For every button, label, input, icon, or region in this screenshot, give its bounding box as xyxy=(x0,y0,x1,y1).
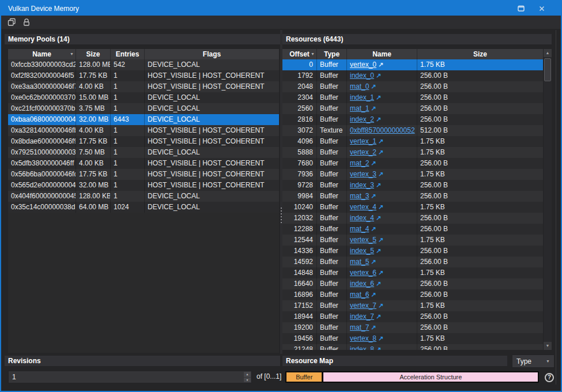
resource-row[interactable]: 1792Bufferindex_0↗256.00 B xyxy=(282,70,543,81)
resource-link[interactable]: index_5 xyxy=(350,247,374,255)
resource-row[interactable]: 19200Buffermat_7↗256.00 B xyxy=(282,322,543,333)
resource-row[interactable]: 7936Buffervertex_3↗1.75 KB xyxy=(282,169,543,180)
resource-row[interactable]: 12032Bufferindex_4↗256.00 B xyxy=(282,213,543,224)
resource-link[interactable]: index_7 xyxy=(350,312,374,321)
scrollbar-up-icon[interactable]: ▲ xyxy=(544,49,552,57)
memory-pool-row[interactable]: 0x79251000000000357.50 MB1DEVICE_LOCAL xyxy=(8,147,279,158)
map-segment-acceleration-structure[interactable]: Acceleration Structure xyxy=(323,372,538,382)
resource-link[interactable]: mat_4 xyxy=(350,225,369,233)
maximize-button[interactable] xyxy=(518,5,525,12)
memory-pool-row[interactable]: 0x565d2e000000004b32.00 MB1HOST_VISIBLE … xyxy=(8,180,279,191)
resource-row[interactable]: 14592Buffermat_5↗256.00 B xyxy=(282,257,543,267)
resource-link[interactable]: mat_3 xyxy=(350,192,369,200)
resource-link[interactable]: vertex_1 xyxy=(350,137,376,145)
resource-row[interactable]: 2816Bufferindex_2↗256.00 B xyxy=(282,114,543,125)
resource-link[interactable]: index_0 xyxy=(350,71,374,80)
spinner-up-icon[interactable]: ▲ xyxy=(244,372,251,377)
column-header-type[interactable]: Type xyxy=(317,49,347,59)
resource-row[interactable]: 14848Buffervertex_6↗1.75 KB xyxy=(282,267,543,278)
resource-row[interactable]: 10240Buffervertex_4↗1.75 KB xyxy=(282,202,543,213)
resource-row[interactable]: 0Buffervertex_0↗1.75 KB xyxy=(282,59,543,70)
memory-pool-row[interactable]: 0xa3281400000046fb4.00 KB1HOST_VISIBLE |… xyxy=(8,125,279,136)
resource-row[interactable]: 7680Buffermat_2↗256.00 B xyxy=(282,158,543,169)
column-header-name[interactable]: Name▼ xyxy=(8,49,76,59)
resource-row[interactable]: 14336Bufferindex_5↗256.00 B xyxy=(282,246,543,257)
lock-button[interactable] xyxy=(21,17,32,28)
resource-row[interactable]: 3072Texture0xbff8570000000052↗512.00 B xyxy=(282,125,543,136)
resource-link[interactable]: mat_2 xyxy=(350,159,369,167)
resource-row[interactable]: 18944Bufferindex_7↗256.00 B xyxy=(282,311,543,322)
spinner-down-icon[interactable]: ▼ xyxy=(244,378,251,383)
resource-link[interactable]: 0xbff8570000000052 xyxy=(350,126,415,134)
scrollbar-thumb[interactable] xyxy=(544,58,551,81)
resource-row[interactable]: 12544Buffervertex_5↗1.75 KB xyxy=(282,235,543,246)
memory-pool-row[interactable]: 0xfccb330000003cd2128.00 MB542DEVICE_LOC… xyxy=(8,59,279,70)
resource-link[interactable]: mat_5 xyxy=(350,258,369,266)
resource-link[interactable]: vertex_2 xyxy=(350,148,376,156)
resource-row[interactable]: 5888Buffervertex_2↗1.75 KB xyxy=(282,147,543,158)
pool-entries: 1 xyxy=(111,158,145,169)
memory-pool-row[interactable]: 0xe0c62b000000370715.00 MB1DEVICE_LOCAL xyxy=(8,92,279,103)
column-header-size[interactable]: Size xyxy=(76,49,111,59)
resource-row[interactable]: 4096Buffervertex_1↗1.75 KB xyxy=(282,136,543,147)
type-dropdown[interactable]: Type ▼ xyxy=(512,355,555,368)
memory-pool-row[interactable]: 0xc21fcf000000370b3.75 MB1DEVICE_LOCAL xyxy=(8,103,279,114)
resource-row[interactable]: 17152Buffervertex_7↗1.75 KB xyxy=(282,300,543,311)
resource-row[interactable]: 16896Buffermat_6↗256.00 B xyxy=(282,289,543,300)
resource-row[interactable]: 9728Bufferindex_3↗256.00 B xyxy=(282,180,543,191)
memory-pool-row[interactable]: 0x404f600000000045128.00 KB1DEVICE_LOCAL xyxy=(8,191,279,202)
resource-link[interactable]: vertex_8 xyxy=(350,334,376,342)
memory-pool-row[interactable]: 0x8bdae600000046f917.75 KB1HOST_VISIBLE … xyxy=(8,136,279,147)
chevron-down-icon: ▼ xyxy=(546,359,550,363)
memory-pool-row[interactable]: 0x5dfb3800000046ff4.00 KB1HOST_VISIBLE |… xyxy=(8,158,279,169)
resource-row[interactable]: 12288Buffermat_4↗256.00 B xyxy=(282,224,543,235)
resource-name-cell: index_7↗ xyxy=(347,311,417,322)
resource-offset: 19200 xyxy=(282,322,317,333)
resource-row[interactable]: 9984Buffermat_3↗256.00 B xyxy=(282,191,543,202)
memory-pool-row[interactable]: 0xbaa068000000004d32.00 MB6443DEVICE_LOC… xyxy=(8,114,279,125)
column-header-offset[interactable]: Offset▼ xyxy=(282,49,317,59)
help-button[interactable]: ? xyxy=(545,373,554,382)
memory-pool-row[interactable]: 0xf2f83200000046f517.75 KB1HOST_VISIBLE … xyxy=(8,70,279,81)
map-segment-buffer[interactable]: Buffer xyxy=(286,372,322,382)
resource-link[interactable]: mat_7 xyxy=(350,323,369,331)
resource-link[interactable]: index_4 xyxy=(350,214,374,222)
panel-splitter[interactable] xyxy=(280,30,282,354)
resource-row[interactable]: 2048Buffermat_0↗256.00 B xyxy=(282,81,543,92)
scrollbar-track[interactable] xyxy=(544,57,552,342)
resource-link[interactable]: mat_1 xyxy=(350,104,369,112)
revision-spinbox[interactable]: 1 ▲ ▼ xyxy=(8,371,252,383)
resource-link[interactable]: mat_0 xyxy=(350,82,369,91)
resource-link[interactable]: vertex_0 xyxy=(350,61,376,69)
resource-link[interactable]: vertex_7 xyxy=(350,301,376,310)
resource-type: Buffer xyxy=(317,235,347,246)
resource-link[interactable]: mat_6 xyxy=(350,291,369,299)
resource-row[interactable]: 2304Bufferindex_1↗256.00 B xyxy=(282,92,543,103)
resource-link[interactable]: index_1 xyxy=(350,93,374,101)
memory-pool-row[interactable]: 0x35c14c00000038d164.00 MB1024DEVICE_LOC… xyxy=(8,202,279,213)
resource-link[interactable]: vertex_6 xyxy=(350,269,376,277)
revision-value[interactable]: 1 xyxy=(9,373,243,381)
column-header-size[interactable]: Size xyxy=(417,49,543,59)
column-header-name[interactable]: Name xyxy=(347,49,417,59)
resource-link[interactable]: vertex_5 xyxy=(350,236,376,244)
resource-row[interactable]: 2560Buffermat_1↗256.00 B xyxy=(282,103,543,114)
resource-link[interactable]: vertex_4 xyxy=(350,203,376,211)
resource-row[interactable]: 21248Bufferindex_8↗256.00 B xyxy=(282,344,543,350)
resource-row[interactable]: 16640Bufferindex_6↗256.00 B xyxy=(282,278,543,289)
memory-pool-row[interactable]: 0xe3aa3000000046f74.00 KB1HOST_VISIBLE |… xyxy=(8,81,279,92)
resource-link[interactable]: index_3 xyxy=(350,181,374,189)
close-button[interactable] xyxy=(539,6,545,12)
resource-row[interactable]: 19456Buffervertex_8↗1.75 KB xyxy=(282,333,543,344)
resource-link[interactable]: vertex_3 xyxy=(350,170,376,178)
resource-link[interactable]: index_8 xyxy=(350,345,374,350)
new-window-button[interactable] xyxy=(6,17,17,28)
resource-link[interactable]: index_2 xyxy=(350,115,374,123)
resource-link[interactable]: index_6 xyxy=(350,280,374,288)
resources-scrollbar[interactable]: ▲ ▼ xyxy=(543,49,552,350)
memory-pool-row[interactable]: 0x56b6ba00000046fd17.75 KB1HOST_VISIBLE … xyxy=(8,169,279,180)
scrollbar-down-icon[interactable]: ▼ xyxy=(544,342,552,350)
column-header-entries[interactable]: Entries xyxy=(111,49,145,59)
splitter-grip-icon[interactable] xyxy=(281,208,282,223)
column-header-flags[interactable]: Flags xyxy=(145,49,279,59)
